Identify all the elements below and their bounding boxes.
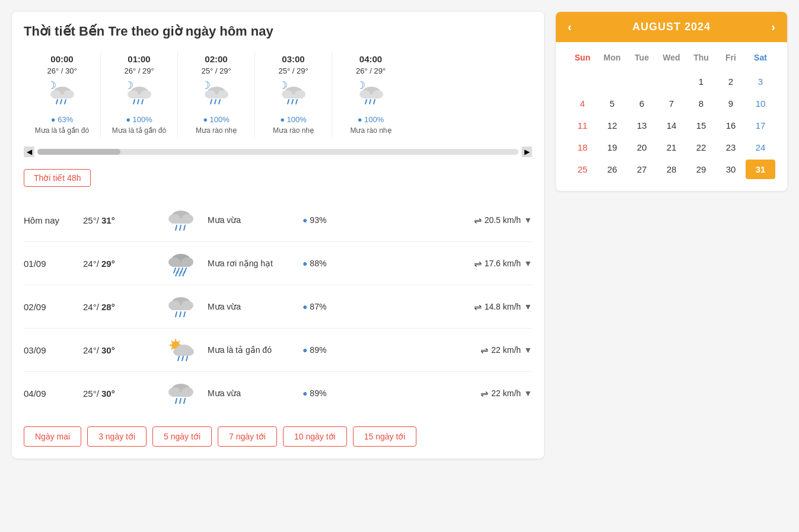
calendar-day[interactable]: 24 (746, 138, 775, 157)
next-month-button[interactable]: › (771, 20, 775, 34)
forecast-temp: 25°/ 31° (83, 215, 154, 225)
calendar-day[interactable]: 12 (597, 116, 627, 135)
svg-line-32 (365, 100, 367, 104)
hourly-rain: ● 100% (261, 115, 326, 124)
calendar-day[interactable]: 16 (716, 116, 746, 135)
weekdays-row: SunMonTueWedThuFriSat (568, 48, 775, 67)
scrollbar-track[interactable] (37, 149, 518, 155)
hourly-temp: 26° / 29° (107, 66, 171, 75)
hourly-item: 00:00 26° / 30° ☽ ● 63% Mưa là tả gần đó (24, 51, 101, 138)
forecast-desc: Mưa là tả gần đó (208, 345, 297, 355)
calendar-weekday: Sun (568, 48, 597, 67)
hourly-desc: Mưa rào nhẹ (338, 126, 403, 135)
hourly-desc: Mưa là tả gần đó (107, 126, 171, 135)
page-title: Thời tiết Bến Tre theo giờ ngày hôm nay (24, 24, 532, 39)
scrollbar-thumb[interactable] (37, 149, 120, 155)
ngay-mai-button[interactable]: Ngày mai (24, 426, 81, 447)
forecast-humidity: ● 89% (303, 388, 350, 398)
svg-line-73 (178, 356, 179, 361)
expand-icon[interactable]: ▼ (524, 345, 532, 355)
svg-rect-17 (208, 94, 225, 98)
15-ngay-button[interactable]: 15 ngày tới (353, 426, 417, 447)
forecast-desc: Mưa vừa (208, 388, 297, 398)
calendar-day[interactable]: 29 (686, 160, 716, 179)
calendar-day[interactable]: 28 (657, 160, 686, 179)
calendar-day[interactable]: 8 (686, 94, 716, 113)
expand-icon[interactable]: ▼ (524, 388, 532, 398)
wind-icon: ⇌ (474, 258, 482, 269)
3-ngay-button[interactable]: 3 ngày tới (87, 426, 147, 447)
calendar-weekday: Thu (686, 48, 716, 67)
forecast-date: Hôm nay (24, 215, 77, 225)
wind-icon: ⇌ (480, 388, 488, 399)
calendar-day[interactable]: 3 (746, 72, 775, 91)
calendar-day[interactable]: 23 (716, 138, 746, 157)
hourly-item: 03:00 25° / 29° ☽ ● 100% Mưa rào nhẹ (255, 51, 332, 138)
calendar-day[interactable]: 4 (568, 94, 597, 113)
calendar-day[interactable]: 26 (597, 160, 627, 179)
forecast-wind: ⇌ 14.8 km/h ▼ (356, 301, 532, 313)
hourly-time: 00:00 (30, 54, 94, 64)
expand-icon[interactable]: ▼ (524, 259, 532, 268)
calendar-day[interactable]: 10 (746, 94, 775, 113)
svg-line-6 (65, 100, 66, 104)
7-ngay-button[interactable]: 7 ngày tới (218, 426, 277, 447)
forecast-row: 04/09 25°/ 30° Mưa vừa ● 89% ⇌ 22 km/h ▼ (24, 372, 532, 415)
forecast-date: 03/09 (24, 345, 77, 355)
calendar-day[interactable]: 21 (657, 138, 686, 157)
calendar-day[interactable]: 25 (568, 160, 597, 179)
svg-line-65 (171, 341, 173, 342)
calendar-day[interactable]: 2 (716, 72, 746, 91)
calendar-day[interactable]: 1 (686, 72, 716, 91)
5-ngay-button[interactable]: 5 ngày tới (152, 426, 212, 447)
svg-line-27 (296, 100, 297, 104)
calendar-day[interactable]: 11 (568, 116, 597, 135)
calendar-day[interactable]: 9 (716, 94, 746, 113)
forecast-humidity: ● 87% (303, 302, 350, 311)
scroll-left-button[interactable]: ◀ (24, 146, 34, 157)
expand-icon[interactable]: ▼ (524, 302, 532, 311)
calendar-day[interactable]: 7 (657, 94, 686, 113)
calendar-day[interactable]: 14 (657, 116, 686, 135)
svg-line-80 (176, 399, 177, 403)
scroll-right-button[interactable]: ▶ (521, 146, 532, 157)
calendar-day[interactable]: 6 (627, 94, 657, 113)
expand-icon[interactable]: ▼ (524, 215, 532, 225)
calendar-day[interactable]: 30 (716, 160, 746, 179)
calendar-day[interactable]: 5 (597, 94, 627, 113)
svg-line-12 (138, 100, 139, 104)
calendar-day[interactable]: 13 (627, 116, 657, 135)
hourly-icon: ☽ (30, 79, 94, 113)
calendar-day[interactable]: 31 (746, 160, 775, 179)
svg-line-52 (183, 272, 184, 276)
forecast-date: 04/09 (24, 388, 77, 399)
10-ngay-button[interactable]: 10 ngày tới (283, 426, 347, 447)
calendar-day[interactable]: 22 (686, 138, 716, 157)
calendar-day[interactable]: 17 (746, 116, 775, 135)
hourly-time: 03:00 (261, 54, 326, 64)
calendar-day[interactable]: 15 (686, 116, 716, 135)
temp-min: 25° (83, 388, 97, 399)
forecast-temp: 24°/ 28° (83, 302, 154, 312)
hourly-temp: 26° / 30° (30, 66, 94, 75)
calendar-day[interactable]: 20 (627, 138, 657, 157)
svg-line-74 (182, 356, 183, 361)
forecast-wind: ⇌ 20.5 km/h ▼ (356, 215, 532, 226)
hourly-icon: ☽ (184, 79, 249, 113)
calendar-weekday: Wed (657, 48, 686, 67)
calendar-day[interactable]: 27 (627, 160, 657, 179)
calendar-day[interactable]: 19 (597, 138, 627, 157)
svg-line-59 (184, 312, 185, 317)
svg-line-50 (176, 272, 177, 276)
forecast-icon (160, 337, 202, 363)
hourly-temp: 26° / 29° (338, 66, 403, 75)
left-panel: Thời tiết Bến Tre theo giờ ngày hôm nay … (12, 12, 544, 458)
btn-48h[interactable]: Thời tiết 48h (24, 169, 91, 187)
prev-month-button[interactable]: ‹ (568, 20, 572, 34)
calendar-days[interactable]: 1234567891011121314151617181920212223242… (568, 72, 775, 179)
svg-line-81 (180, 399, 181, 403)
temp-max: 31° (101, 215, 115, 225)
calendar-day (627, 72, 657, 91)
hourly-scroll[interactable]: 00:00 26° / 30° ☽ ● 63% Mưa là tả gần đó… (24, 51, 532, 141)
calendar-day[interactable]: 18 (568, 138, 597, 157)
